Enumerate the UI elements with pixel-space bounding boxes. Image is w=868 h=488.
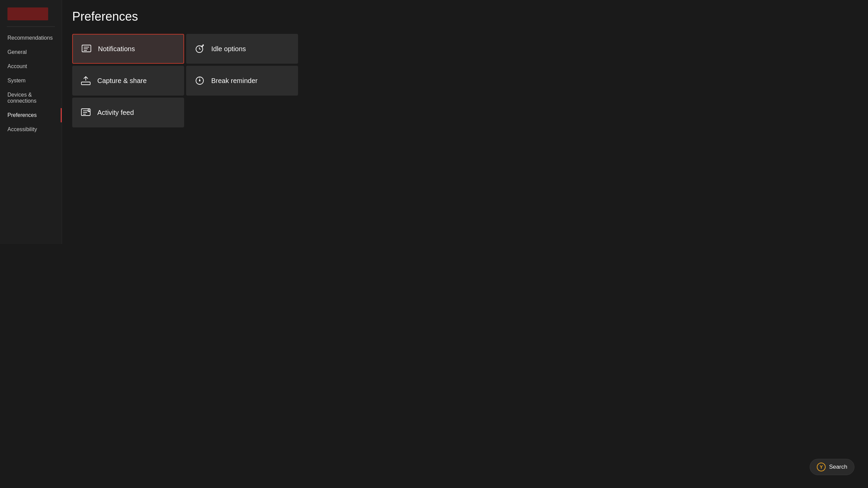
capture-icon [80, 75, 92, 87]
card-activity-feed-label: Activity feed [97, 109, 134, 117]
sidebar-item-preferences[interactable]: Preferences [0, 108, 62, 122]
sidebar-item-accessibility[interactable]: Accessibility [0, 122, 62, 137]
sidebar-nav: Recommendations General Account System D… [0, 31, 62, 137]
svg-rect-0 [82, 45, 91, 52]
card-break-reminder-label: Break reminder [211, 77, 258, 85]
card-break-reminder[interactable]: Break reminder [186, 66, 298, 96]
notifications-icon [80, 43, 93, 55]
main-content: Preferences Notifications [62, 0, 434, 244]
sidebar-item-devices-connections[interactable]: Devices & connections [0, 88, 62, 108]
card-notifications[interactable]: Notifications [72, 34, 184, 64]
sidebar-item-account[interactable]: Account [0, 59, 62, 74]
card-notifications-label: Notifications [98, 45, 135, 53]
sidebar-item-system[interactable]: System [0, 74, 62, 88]
card-capture-share[interactable]: Capture & share [72, 66, 184, 96]
sidebar-divider [7, 26, 55, 27]
card-idle-options-label: Idle options [211, 45, 246, 53]
sidebar-item-recommendations[interactable]: Recommendations [0, 31, 62, 45]
card-capture-share-label: Capture & share [97, 77, 147, 85]
page-title: Preferences [72, 9, 424, 24]
sidebar: Recommendations General Account System D… [0, 0, 62, 244]
card-idle-options[interactable]: z z Idle options [186, 34, 298, 64]
sidebar-item-general[interactable]: General [0, 45, 62, 59]
idle-icon: z z [194, 43, 206, 55]
card-activity-feed[interactable]: A Activity feed [72, 98, 184, 127]
svg-text:z: z [203, 44, 204, 46]
break-icon [194, 75, 206, 87]
activity-icon: A [80, 106, 92, 119]
svg-rect-9 [81, 82, 90, 85]
app-logo [7, 7, 48, 20]
settings-grid: Notifications z z Idle options [72, 34, 298, 127]
